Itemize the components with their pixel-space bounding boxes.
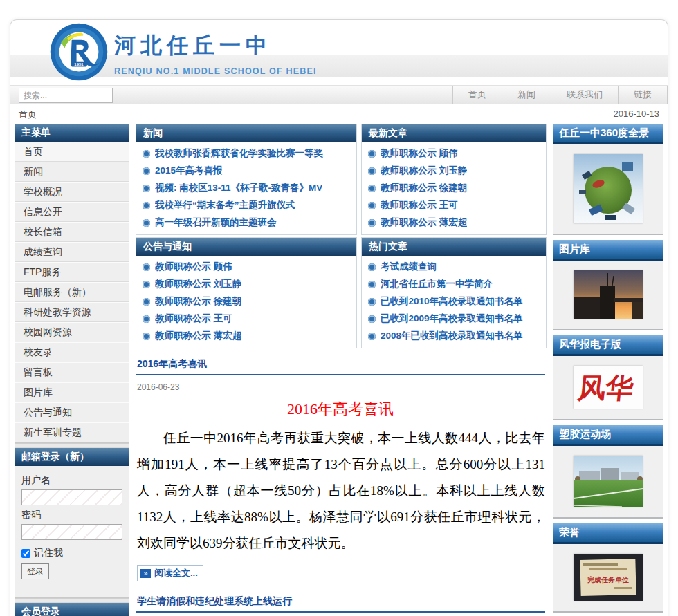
left-sidebar: 主菜单 首页 新闻 学校概况 信息公开 校长信箱 成绩查询 FTP服务 电邮服务…	[15, 124, 129, 616]
sidebar-item-alumni[interactable]: 校友录	[15, 342, 129, 362]
main-column: 新闻 我校教师张香辉获省化学实验比赛一等奖 2015年高考喜报 视频: 南校区1…	[136, 124, 547, 616]
sports-field-thumbnail[interactable]	[574, 456, 643, 507]
site-title-block: 河北任丘一中 RENQIU NO.1 MIDDLE SCHOOL OF HEBE…	[114, 31, 317, 76]
mail-password-field[interactable]	[21, 524, 122, 540]
topnav-item-home[interactable]: 首页	[452, 86, 502, 104]
search-input[interactable]	[19, 88, 113, 103]
content-area: 主菜单 首页 新闻 学校概况 信息公开 校长信箱 成绩查询 FTP服务 电邮服务…	[10, 122, 668, 616]
bullet-icon	[143, 333, 150, 340]
panorama-section: 任丘一中360度全景	[553, 124, 663, 235]
mail-remember-checkbox[interactable]	[21, 549, 30, 558]
mail-username-field[interactable]	[21, 489, 122, 505]
bullet-icon	[143, 298, 150, 306]
sidebar-item-score-query[interactable]: 成绩查询	[15, 242, 129, 262]
notice-link[interactable]: 教师职称公示 王可	[136, 310, 356, 327]
panorama-thumbnail[interactable]	[574, 154, 643, 223]
notice-link[interactable]: 教师职称公示 薄宏超	[136, 327, 356, 344]
news-link[interactable]: 高一年级召开新颖的主题班会	[136, 214, 356, 231]
plaque-text: 完成任务单位	[587, 576, 629, 584]
sidebar-item-notices[interactable]: 公告与通知	[15, 402, 129, 422]
hot-link[interactable]: 考试成绩查询	[362, 258, 546, 275]
top-navbar: 首页 新闻 联系我们 链接	[10, 85, 668, 104]
news-link[interactable]: 我校举行“期末备考”主题升旗仪式	[136, 196, 356, 214]
site-title: 河北任丘一中	[114, 31, 317, 60]
bullet-icon	[143, 202, 150, 209]
sidebar-item-school-overview[interactable]: 学校概况	[15, 182, 129, 202]
panorama-header: 任丘一中360度全景	[553, 124, 663, 144]
sidebar-item-military-training[interactable]: 新生军训专题	[15, 422, 129, 442]
topnav-menu: 首页 新闻 联系我们 链接	[452, 86, 668, 104]
honors-header: 荣誉	[553, 523, 663, 544]
bullet-icon	[368, 333, 376, 340]
mail-password-label: 密码	[21, 509, 122, 521]
article1-title[interactable]: 2016年高考喜讯	[136, 354, 545, 375]
sidebar-item-info-disclosure[interactable]: 信息公开	[15, 202, 129, 222]
news-link[interactable]: 2015年高考喜报	[136, 162, 356, 179]
bullet-icon	[143, 219, 150, 227]
article2-title[interactable]: 学生请消假和违纪处理系统上线运行	[136, 591, 545, 613]
bullet-icon	[368, 315, 376, 323]
sidebar-item-campus-network[interactable]: 校园网资源	[15, 322, 129, 342]
sports-field-header: 塑胶运动场	[553, 425, 663, 446]
sidebar-item-home[interactable]: 首页	[15, 142, 129, 162]
sidebar-item-news[interactable]: 新闻	[15, 162, 129, 182]
notice-link[interactable]: 教师职称公示 刘玉静	[136, 275, 356, 292]
hot-articles-panel: 热门文章 考试成绩查询 河北省任丘市第一中学简介 已收到2010年高校录取通知书…	[361, 237, 547, 348]
notice-link[interactable]: 教师职称公示 顾伟	[136, 258, 356, 275]
double-arrow-icon: »	[140, 569, 151, 578]
mail-username-label: 用户名	[21, 474, 122, 487]
latest-link[interactable]: 教师职称公示 王可	[362, 196, 546, 214]
news-panel: 新闻 我校教师张香辉获省化学实验比赛一等奖 2015年高考喜报 视频: 南校区1…	[136, 124, 357, 235]
breadcrumb: 首页 2016-10-13	[10, 104, 668, 122]
bullet-icon	[143, 281, 150, 288]
latest-link[interactable]: 教师职称公示 薄宏超	[362, 214, 546, 231]
news-link[interactable]: 视频: 南校区13-11《杯子歌-致青春》MV	[136, 179, 356, 196]
sidebar-item-email-service[interactable]: 电邮服务（新）	[15, 282, 129, 302]
hot-link[interactable]: 已收到2010年高校录取通知书名单	[362, 292, 546, 310]
divider	[15, 598, 129, 603]
bullet-icon	[368, 150, 376, 158]
hot-panel-header: 热门文章	[362, 238, 546, 256]
article1-red-heading: 2016年高考喜讯	[136, 399, 545, 420]
topnav-item-news[interactable]: 新闻	[502, 86, 551, 104]
fenghua-thumbnail[interactable]: 风华	[574, 366, 643, 409]
hot-link[interactable]: 河北省任丘市第一中学简介	[362, 275, 546, 292]
sidebar-item-teaching-resources[interactable]: 科研处教学资源	[15, 302, 129, 322]
sidebar-item-message-board[interactable]: 留言板	[15, 362, 129, 382]
bullet-icon	[143, 263, 150, 271]
hot-link[interactable]: 2008年已收到高校录取通知书名单	[362, 327, 546, 344]
sports-field-section: 塑胶运动场	[553, 425, 663, 519]
sidebar-item-principal-mailbox[interactable]: 校长信箱	[15, 222, 129, 242]
bullet-icon	[368, 263, 376, 271]
bullet-icon	[143, 185, 150, 192]
latest-link[interactable]: 教师职称公示 徐建朝	[362, 179, 546, 196]
notice-link[interactable]: 教师职称公示 徐建朝	[136, 292, 356, 310]
news-link[interactable]: 我校教师张香辉获省化学实验比赛一等奖	[136, 144, 356, 162]
hot-link[interactable]: 已收到2009年高校录取通知书名单	[362, 310, 546, 327]
right-sidebar: 任丘一中360度全景	[553, 124, 663, 616]
sidebar-item-ftp[interactable]: FTP服务	[15, 262, 129, 282]
news-panel-header: 新闻	[136, 124, 356, 142]
mail-login-header: 邮箱登录（新）	[15, 448, 129, 466]
latest-link[interactable]: 教师职称公示 刘玉静	[362, 162, 546, 179]
read-more-button[interactable]: » 阅读全文...	[137, 565, 203, 581]
topnav-item-contact[interactable]: 联系我们	[551, 86, 618, 104]
bullet-icon	[368, 167, 376, 175]
sidebar-item-gallery[interactable]: 图片库	[15, 382, 129, 402]
logo-year: 1951	[74, 62, 84, 66]
gallery-section: 图片库	[553, 240, 663, 330]
site-header: 1951 河北任丘一中 RENQIU NO.1 MIDDLE SCHOOL OF…	[10, 20, 668, 85]
mail-login-button[interactable]: 登录	[21, 563, 49, 579]
honors-thumbnail[interactable]: 完成任务单位	[574, 554, 643, 601]
school-logo-icon: 1951	[49, 22, 109, 82]
latest-link[interactable]: 教师职称公示 顾伟	[362, 144, 546, 162]
breadcrumb-current[interactable]: 首页	[19, 109, 37, 120]
gallery-thumbnail[interactable]	[574, 270, 643, 319]
page-container: 1951 河北任丘一中 RENQIU NO.1 MIDDLE SCHOOL OF…	[10, 19, 668, 616]
bullet-icon	[368, 219, 376, 227]
page-date: 2016-10-13	[614, 109, 660, 120]
topnav-item-links[interactable]: 链接	[618, 86, 668, 104]
bullet-icon	[368, 281, 376, 288]
gallery-header: 图片库	[553, 240, 663, 261]
main-menu-header: 主菜单	[15, 124, 129, 142]
